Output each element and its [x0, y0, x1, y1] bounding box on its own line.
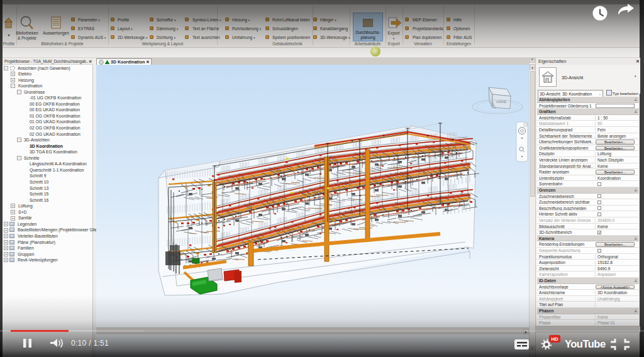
svg-text:HD: HD — [551, 336, 558, 342]
